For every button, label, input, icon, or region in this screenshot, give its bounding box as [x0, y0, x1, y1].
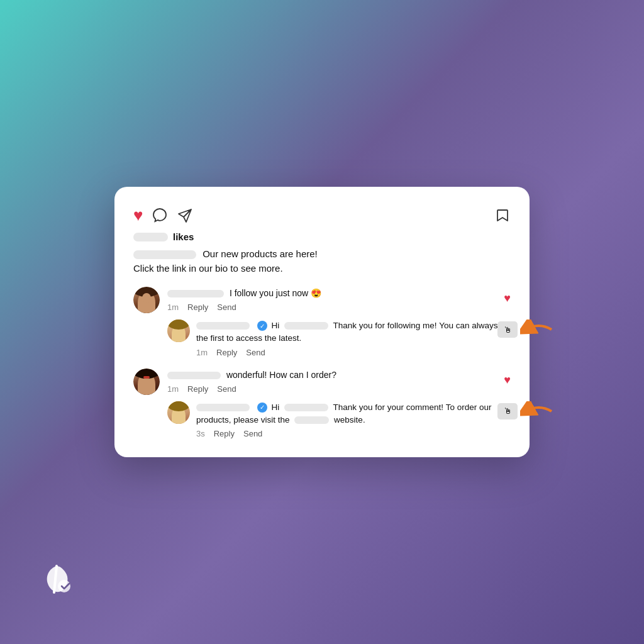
reply-hi-2: Hi	[272, 402, 282, 412]
post-actions-header: ♥	[133, 206, 511, 225]
orange-arrow-1	[520, 319, 555, 340]
reply-body-2-end: website.	[334, 415, 365, 425]
comment-text-2: wonderful! How can I order?	[167, 369, 511, 382]
reply-group-2: ✓ Hi Thank you for your comment! To orde…	[167, 401, 511, 439]
comment-content-1: I follow you just now 😍 1m Reply Send	[167, 287, 511, 312]
reply-reply-btn-2[interactable]: Reply	[214, 429, 235, 438]
reply-time-1: 1m	[196, 348, 208, 357]
comment-reply-btn-2[interactable]: Reply	[187, 384, 208, 394]
reply-content-2: ✓ Hi Thank you for your comment! To orde…	[196, 401, 511, 439]
comment-send-btn-1[interactable]: Send	[217, 303, 236, 312]
instagram-post-card: ♥ likes Our new products are here! Click…	[114, 187, 530, 457]
app-logo	[38, 560, 82, 606]
comments-section: I follow you just now 😍 1m Reply Send ♥	[133, 287, 511, 438]
comment-text-1: I follow you just now 😍	[167, 287, 511, 300]
comment-group-2: wonderful! How can I order? 1m Reply Sen…	[133, 369, 511, 439]
comment-time-2: 1m	[167, 384, 179, 394]
verified-icon-2: ✓	[257, 402, 267, 413]
avatar-comment-1	[133, 287, 160, 313]
reply-text-2: ✓ Hi Thank you for your comment! To orde…	[196, 401, 511, 427]
reply-group-1: ✓ Hi Thank you for following me! You can…	[167, 319, 511, 357]
avatar-reply-1	[167, 319, 190, 342]
avatar-comment-2	[133, 369, 160, 395]
reply-send-btn-1[interactable]: Send	[246, 348, 265, 357]
reply-row-2: ✓ Hi Thank you for your comment! To orde…	[167, 401, 511, 439]
reply-row-1: ✓ Hi Thank you for following me! You can…	[167, 319, 511, 357]
reply-reply-btn-1[interactable]: Reply	[216, 348, 237, 357]
comment-username-ph-1	[167, 290, 224, 297]
reply-mention-ph-1	[284, 322, 328, 330]
svg-point-0	[58, 580, 70, 592]
comment-actions-1: 1m Reply Send	[167, 303, 511, 312]
likes-label: likes	[173, 231, 194, 242]
orange-arrow-2	[520, 401, 555, 421]
bookmark-icon[interactable]	[494, 208, 511, 224]
comment-body-1: I follow you just now 😍	[230, 288, 321, 298]
reply-hi-1: Hi	[272, 321, 282, 330]
comment-actions-2: 1m Reply Send	[167, 384, 511, 394]
reply-actions-1: 1m Reply Send	[196, 348, 511, 357]
left-actions: ♥	[133, 206, 193, 225]
avatar-reply-2	[167, 401, 190, 424]
send-icon[interactable]	[177, 208, 193, 224]
reply-actions-2: 3s Reply Send	[196, 429, 511, 438]
comment-heart-2[interactable]: ♥	[504, 374, 511, 387]
likes-count-placeholder	[133, 233, 168, 242]
caption-text-line1: Our new products are here!	[203, 248, 318, 259]
reply-content-1: ✓ Hi Thank you for following me! You can…	[196, 319, 511, 357]
comment-username-ph-2	[167, 372, 221, 379]
comment-content-2: wonderful! How can I order? 1m Reply Sen…	[167, 369, 511, 394]
likes-row: likes	[133, 231, 511, 242]
comment-group-1: I follow you just now 😍 1m Reply Send ♥	[133, 287, 511, 357]
comment-send-btn-2[interactable]: Send	[217, 384, 236, 394]
comment-row-2: wonderful! How can I order? 1m Reply Sen…	[133, 369, 511, 395]
logo-svg	[38, 560, 82, 604]
reply-username-ph-1	[196, 322, 250, 330]
like-icon[interactable]: ♥	[133, 206, 143, 225]
caption-text-line2: Click the link in our bio to see more.	[133, 263, 283, 274]
comment-row-1: I follow you just now 😍 1m Reply Send ♥	[133, 287, 511, 313]
verified-icon-1: ✓	[257, 321, 267, 331]
reply-send-btn-2[interactable]: Send	[243, 429, 262, 438]
caption-username-placeholder	[133, 250, 196, 259]
reply-text-1: ✓ Hi Thank you for following me! You can…	[196, 319, 511, 345]
comment-body-2: wonderful! How can I order?	[226, 370, 336, 380]
post-caption: Our new products are here! Click the lin…	[133, 247, 511, 275]
reply-mention-ph-2	[284, 404, 328, 411]
reply-time-2: 3s	[196, 429, 205, 438]
comment-heart-1[interactable]: ♥	[504, 292, 511, 305]
comment-time-1: 1m	[167, 303, 179, 312]
reply-website-ph	[294, 416, 329, 424]
reply-username-ph-2	[196, 404, 250, 411]
comment-reply-btn-1[interactable]: Reply	[187, 303, 208, 312]
comment-icon[interactable]	[152, 208, 168, 224]
